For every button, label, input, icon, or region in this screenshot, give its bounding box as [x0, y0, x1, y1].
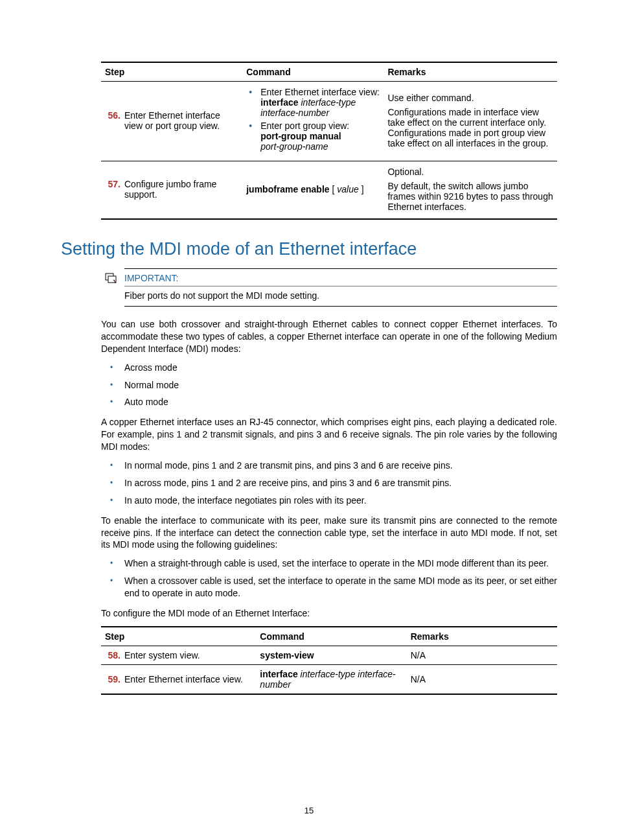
remarks: N/A — [407, 664, 557, 694]
table-row: 58. Enter system view. system-view N/A — [101, 646, 557, 664]
list-item: In normal mode, pins 1 and 2 are transmi… — [124, 460, 557, 472]
paragraph: You can use both crossover and straight-… — [101, 318, 557, 355]
command-table-top: Step Command Remarks 56. Enter Ethernet … — [101, 62, 557, 220]
step-number: 56. — [105, 110, 124, 131]
command-table-bottom: Step Command Remarks 58. Enter system vi… — [101, 626, 557, 695]
step-text: Configure jumbo frame support. — [124, 179, 238, 200]
top-table-wrap: Step Command Remarks 56. Enter Ethernet … — [61, 62, 557, 220]
th-step: Step — [101, 627, 256, 646]
step-text: Enter system view. — [124, 650, 252, 660]
pin-mode-list: In normal mode, pins 1 and 2 are transmi… — [101, 460, 557, 507]
list-item: Normal mode — [124, 379, 557, 391]
cmd-bold: port-group manual — [260, 131, 341, 141]
step-number: 57. — [105, 179, 124, 200]
section-heading: Setting the MDI mode of an Ethernet inte… — [61, 239, 557, 259]
paragraph: A copper Ethernet interface uses an RJ-4… — [101, 416, 557, 453]
step-text: Enter Ethernet interface view. — [124, 674, 252, 684]
cmd-ital: value — [337, 184, 358, 194]
cmd-intro: Enter Ethernet interface view: — [260, 87, 380, 97]
remarks-p2: Configurations made in interface view ta… — [387, 107, 553, 148]
mode-list: Across mode Normal mode Auto mode — [101, 362, 557, 409]
remarks-p1: Use either command. — [387, 93, 553, 103]
table-row: 57. Configure jumbo frame support. jumbo… — [101, 161, 557, 220]
list-item: In auto mode, the interface negotiates p… — [124, 495, 557, 507]
cmd-bold: interface — [260, 97, 298, 108]
th-command: Command — [256, 627, 406, 646]
list-item: When a straight-through cable is used, s… — [124, 557, 557, 570]
th-command: Command — [242, 62, 383, 82]
paragraph: To enable the interface to communicate w… — [101, 515, 557, 552]
th-remarks: Remarks — [383, 62, 557, 82]
table-row: 56. Enter Ethernet interface view or por… — [101, 82, 557, 161]
step-number: 58. — [105, 650, 124, 660]
remarks-p2: By default, the switch allows jumbo fram… — [387, 181, 553, 212]
cmd-bold: jumboframe enable — [246, 184, 329, 194]
document-page: Step Command Remarks 56. Enter Ethernet … — [0, 0, 618, 840]
important-title: IMPORTANT: — [124, 273, 557, 286]
step-number: 59. — [105, 674, 124, 684]
remarks-p1: Optional. — [387, 167, 553, 177]
step-text: Enter Ethernet interface view or port gr… — [124, 110, 238, 131]
list-item: In across mode, pins 1 and 2 are receive… — [124, 477, 557, 489]
important-body: Fiber ports do not support the MDI mode … — [124, 290, 557, 301]
important-icon — [105, 273, 118, 283]
cmd-intro: Enter port group view: — [260, 121, 349, 131]
cmd-bracket-r: ] — [359, 184, 364, 194]
list-item: Enter Ethernet interface view: interface… — [258, 87, 380, 118]
list-item: Auto mode — [124, 396, 557, 408]
list-item: When a crossover cable is used, set the … — [124, 575, 557, 600]
remarks: N/A — [407, 646, 557, 664]
page-number: 15 — [0, 806, 618, 815]
cmd-bold: system-view — [260, 650, 314, 660]
cmd-ital: port-group-name — [260, 141, 328, 152]
table-row: 59. Enter Ethernet interface view. inter… — [101, 664, 557, 694]
list-item: Enter port group view: port-group manual… — [258, 121, 380, 152]
command-list: Enter Ethernet interface view: interface… — [246, 87, 380, 152]
paragraph: To configure the MDI mode of an Ethernet… — [101, 607, 557, 620]
list-item: Across mode — [124, 362, 557, 374]
guideline-list: When a straight-through cable is used, s… — [101, 557, 557, 600]
cmd-bold: interface — [260, 669, 297, 679]
th-step: Step — [101, 62, 242, 82]
cmd-bracket-l: [ — [330, 184, 338, 194]
important-block: IMPORTANT: Fiber ports do not support th… — [124, 268, 557, 307]
th-remarks: Remarks — [407, 627, 557, 646]
